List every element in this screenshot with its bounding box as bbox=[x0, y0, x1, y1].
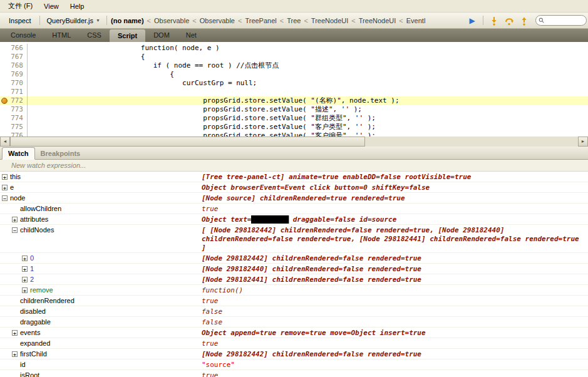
watch-value: false bbox=[202, 307, 588, 316]
horizontal-scrollbar[interactable]: ◄ ► bbox=[0, 137, 588, 147]
gutter: 771 bbox=[0, 88, 28, 96]
watch-value[interactable]: [Tree tree-panel-ct] animate=true enable… bbox=[202, 173, 588, 182]
stack-frame[interactable]: TreePanel bbox=[245, 17, 276, 24]
step-into-button[interactable] bbox=[487, 14, 501, 27]
code-line: function( node, e ) bbox=[28, 44, 220, 53]
line-number[interactable]: 769 bbox=[0, 70, 27, 79]
step-out-button[interactable] bbox=[517, 14, 531, 27]
watch-value[interactable]: Object append=true remove=true move=Obje… bbox=[202, 329, 588, 338]
gutter: 769 bbox=[0, 70, 28, 79]
stack-frame[interactable]: Eventl bbox=[406, 17, 426, 24]
inspect-button[interactable]: Inspect bbox=[4, 15, 36, 26]
stack-frame[interactable]: TreeNodeUI bbox=[311, 17, 349, 24]
watch-property-name: remove bbox=[30, 286, 53, 294]
expand-toggle-icon[interactable]: + bbox=[2, 174, 8, 180]
watch-value: "source" bbox=[202, 361, 588, 369]
tab-console[interactable]: Console bbox=[3, 29, 44, 42]
breakpoint-marker[interactable] bbox=[1, 98, 8, 104]
watch-row: allowChildrentrue bbox=[0, 204, 588, 214]
watch-value[interactable]: [Node 298182441] childrenRendered=false … bbox=[202, 276, 588, 284]
script-file-selector[interactable]: QueryBuilder.js ▼ bbox=[44, 16, 103, 26]
line-number[interactable]: 773 bbox=[0, 105, 27, 114]
search-input[interactable] bbox=[546, 17, 584, 24]
panel-tabbar: ConsoleHTMLCSSScriptDOMNet bbox=[0, 29, 588, 42]
line-number[interactable]: 767 bbox=[0, 53, 27, 61]
new-watch-expression[interactable]: New watch expression... bbox=[0, 160, 588, 172]
stack-frames: <Observable<Observable<TreePanel<Tree<Tr… bbox=[147, 17, 426, 24]
watch-row: +this[Tree tree-panel-ct] animate=true e… bbox=[0, 172, 588, 182]
expand-toggle-icon[interactable]: + bbox=[22, 277, 28, 282]
gutter: 770 bbox=[0, 79, 28, 88]
watch-property-name: attributes bbox=[20, 215, 48, 223]
collapse-toggle-icon[interactable]: − bbox=[12, 227, 18, 233]
expand-toggle-icon[interactable]: + bbox=[12, 217, 18, 222]
watch-value[interactable]: Object browserEvent=Event click button=0… bbox=[202, 183, 588, 192]
stack-separator: < bbox=[147, 17, 151, 24]
gutter: 774 bbox=[0, 114, 28, 123]
watch-property-name: 0 bbox=[30, 254, 34, 262]
line-number[interactable]: 771 bbox=[0, 88, 27, 96]
source-line: 776 propsGrid.store.setValue( "客户编号", ''… bbox=[0, 132, 588, 137]
stack-frame[interactable]: Tree bbox=[287, 17, 301, 24]
code-line: propsGrid.store.setValue( "(名称)", node.t… bbox=[28, 96, 400, 105]
continue-icon: ▶ bbox=[469, 16, 475, 25]
line-number[interactable]: 775 bbox=[0, 123, 27, 132]
script-file-name: QueryBuilder.js bbox=[46, 17, 93, 24]
line-number[interactable]: 768 bbox=[0, 61, 27, 70]
code-line bbox=[28, 88, 29, 96]
collapse-toggle-icon[interactable]: − bbox=[2, 195, 8, 201]
expand-toggle-icon[interactable]: + bbox=[2, 185, 8, 190]
stack-separator: < bbox=[192, 17, 196, 24]
stack-separator: < bbox=[238, 17, 242, 24]
tab-dom[interactable]: DOM bbox=[145, 29, 178, 42]
watch-property-name: 2 bbox=[30, 276, 34, 283]
stack-frame[interactable]: Observable bbox=[154, 17, 189, 24]
call-stack: (no name) <Observable<Observable<TreePan… bbox=[111, 17, 464, 24]
continue-button[interactable]: ▶ bbox=[465, 14, 479, 27]
tab-breakpoints[interactable]: Breakpoints bbox=[35, 148, 86, 159]
watch-value[interactable]: [ [Node 298182442] childrenRendered=fals… bbox=[202, 226, 588, 252]
stack-separator: < bbox=[399, 17, 403, 24]
menu-item-1[interactable]: View bbox=[38, 1, 64, 11]
stack-current-frame[interactable]: (no name) bbox=[111, 17, 144, 24]
tab-css[interactable]: CSS bbox=[79, 29, 110, 42]
step-over-button[interactable] bbox=[502, 14, 516, 27]
code-line: propsGrid.store.setValue( "客户编号", '' ); bbox=[28, 132, 376, 137]
expand-toggle-icon[interactable]: + bbox=[12, 351, 18, 357]
line-number[interactable]: 776 bbox=[0, 132, 27, 137]
source-line: 770 curCustGrp = null; bbox=[0, 79, 588, 88]
line-number[interactable]: 774 bbox=[0, 114, 27, 123]
toolbar-separator bbox=[39, 16, 40, 25]
watch-value[interactable]: [Node 298182442] childrenRendered=false … bbox=[202, 254, 588, 263]
line-number[interactable]: 766 bbox=[0, 44, 27, 53]
watch-row: +removefunction() bbox=[0, 285, 588, 296]
firebug-window: 文件 (F)ViewHelp Inspect QueryBuilder.js ▼… bbox=[0, 0, 588, 377]
expand-toggle-icon[interactable]: + bbox=[22, 287, 28, 293]
search-icon bbox=[539, 17, 544, 24]
menu-item-0[interactable]: 文件 (F) bbox=[3, 0, 38, 12]
line-number[interactable]: 770 bbox=[0, 79, 27, 88]
stack-frame[interactable]: Observable bbox=[200, 17, 235, 24]
watch-value[interactable]: [Node 298182442] childrenRendered=false … bbox=[202, 350, 588, 359]
tab-script[interactable]: Script bbox=[110, 29, 145, 42]
scrollbar-thumb[interactable] bbox=[10, 137, 365, 147]
watch-row: childrenRenderedtrue bbox=[0, 296, 588, 306]
watch-property-name: childNodes bbox=[20, 226, 54, 234]
watch-name-cell: +attributes bbox=[0, 215, 202, 223]
tab-html[interactable]: HTML bbox=[44, 29, 79, 42]
tab-net[interactable]: Net bbox=[178, 29, 205, 42]
watch-value[interactable]: [Node source] childrenRendered=true rend… bbox=[202, 194, 588, 203]
watch-name-cell: +this bbox=[0, 173, 202, 180]
watch-value[interactable]: Object text=█████████ draggable=false id… bbox=[202, 215, 588, 224]
expand-toggle-icon[interactable]: + bbox=[12, 330, 18, 336]
scroll-left-button[interactable]: ◄ bbox=[0, 137, 10, 147]
expand-toggle-icon[interactable]: + bbox=[22, 266, 28, 272]
tab-watch[interactable]: Watch bbox=[2, 147, 35, 160]
expand-toggle-icon[interactable]: + bbox=[22, 256, 28, 261]
stack-frame[interactable]: TreeNodeUI bbox=[359, 17, 396, 24]
menu-item-2[interactable]: Help bbox=[64, 1, 90, 11]
watch-value[interactable]: [Node 298182440] childrenRendered=false … bbox=[202, 265, 588, 274]
watch-value: true bbox=[202, 297, 588, 306]
scroll-right-button[interactable]: ► bbox=[578, 137, 588, 147]
watch-name-cell: +events bbox=[0, 329, 202, 336]
